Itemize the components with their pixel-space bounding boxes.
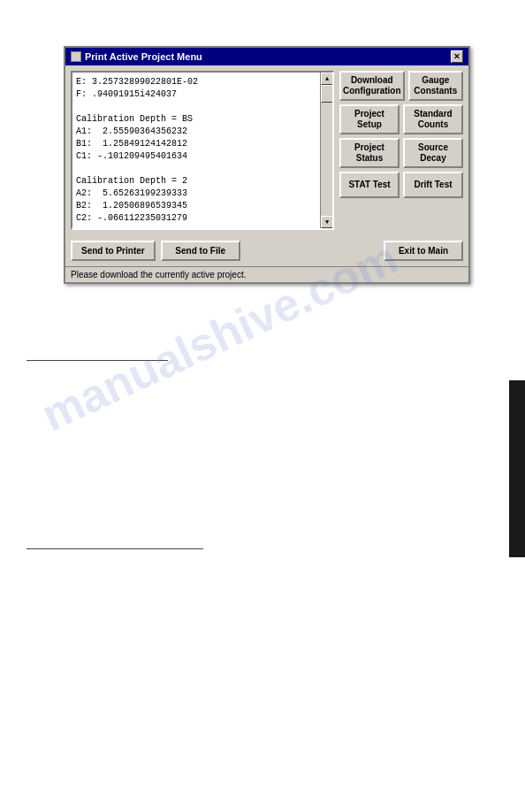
scrollbar[interactable]: ▲ ▼ <box>320 73 332 228</box>
send-to-printer-button[interactable]: Send to Printer <box>71 241 156 261</box>
scroll-up-arrow[interactable]: ▲ <box>321 73 333 85</box>
dialog-titlebar: Print Active Project Menu ✕ <box>65 48 468 65</box>
drift-test-button[interactable]: Drift Test <box>403 172 463 198</box>
source-decay-button[interactable]: Source Decay <box>403 138 463 168</box>
project-data-text: E: 3.25732899022801E-02 F: .94091915i424… <box>76 77 198 223</box>
button-row-4: STAT Test Drift Test <box>339 172 463 198</box>
text-display-box[interactable]: E: 3.25732899022801E-02 F: .94091915i424… <box>71 71 334 230</box>
horizontal-line-1 <box>27 360 168 361</box>
dialog-main-content: E: 3.25732899022801E-02 F: .94091915i424… <box>65 65 468 235</box>
text-box-inner: E: 3.25732899022801E-02 F: .94091915i424… <box>76 76 329 225</box>
exit-to-main-button[interactable]: Exit to Main <box>384 241 463 261</box>
status-bar: Please download the currently active pro… <box>65 266 468 282</box>
dialog-close-button[interactable]: ✕ <box>451 50 463 63</box>
standard-counts-button[interactable]: StandardCounts <box>403 104 463 134</box>
horizontal-line-2 <box>27 548 203 549</box>
scroll-down-arrow[interactable]: ▼ <box>321 216 333 228</box>
download-configuration-button[interactable]: DownloadConfiguration <box>339 71 405 101</box>
project-setup-button[interactable]: Project Setup <box>339 104 399 134</box>
send-to-file-button[interactable]: Send to File <box>161 241 240 261</box>
button-row-1: DownloadConfiguration GaugeConstants <box>339 71 463 101</box>
dialog-title: Print Active Project Menu <box>85 51 202 62</box>
status-text: Please download the currently active pro… <box>71 270 246 280</box>
project-status-button[interactable]: Project Status <box>339 138 399 168</box>
dialog-bottom: Send to Printer Send to File Exit to Mai… <box>65 235 468 266</box>
right-black-bar <box>509 380 525 557</box>
buttons-panel: DownloadConfiguration GaugeConstants Pro… <box>339 71 463 230</box>
stat-test-button[interactable]: STAT Test <box>339 172 399 198</box>
scroll-thumb[interactable] <box>321 85 333 103</box>
button-row-3: Project Status Source Decay <box>339 138 463 168</box>
button-row-2: Project Setup StandardCounts <box>339 104 463 134</box>
gauge-constants-button[interactable]: GaugeConstants <box>408 71 463 101</box>
print-active-project-dialog: Print Active Project Menu ✕ E: 3.2573289… <box>64 46 470 284</box>
dialog-title-icon <box>71 51 81 62</box>
